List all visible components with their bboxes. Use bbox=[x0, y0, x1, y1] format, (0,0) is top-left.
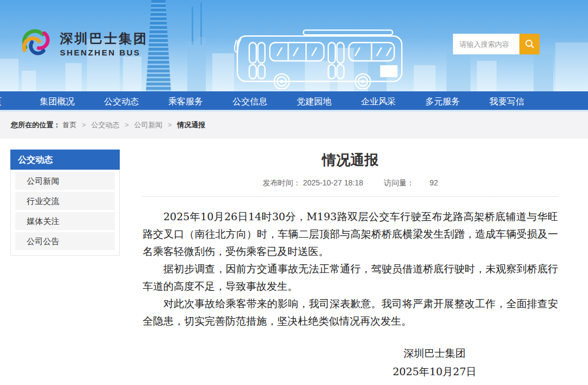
skyline-building bbox=[534, 53, 553, 91]
meta-divider bbox=[143, 196, 558, 197]
skyline-building bbox=[197, 37, 206, 91]
article: 情况通报 发布时间：2025-10-27 18:18访问量：92 2025年10… bbox=[143, 150, 558, 381]
breadcrumb-separator: > bbox=[82, 121, 86, 129]
skyline-tower-icon bbox=[146, 0, 171, 91]
breadcrumb: 您所在的位置： 首页 > 公交动态 > 公司新闻 > 情况通报 bbox=[0, 111, 588, 139]
sidebar-item-industry-exchange[interactable]: 行业交流 bbox=[15, 192, 115, 210]
signature-date: 2025年10月27日 bbox=[393, 362, 476, 381]
sidebar-item-media-focus[interactable]: 媒体关注 bbox=[15, 212, 115, 230]
article-paragraph: 2025年10月26日14时30分，M193路双层公交车行驶至布龙路高架桥底辅道… bbox=[143, 208, 558, 260]
visits-label: 访问量： bbox=[384, 178, 414, 187]
signature-org: 深圳巴士集团 bbox=[393, 344, 476, 362]
skyline-building bbox=[0, 59, 19, 91]
site-logo[interactable]: 深圳巴士集团 SHENZHEN BUS bbox=[15, 24, 148, 63]
skyline-building bbox=[187, 41, 197, 91]
visits-value: 92 bbox=[430, 178, 438, 187]
skyline-building bbox=[555, 42, 588, 91]
article-paragraph: 对此次事故给乘客带来的影响，我司深表歉意。我司将严肃开展整改工作，全面排查安全隐… bbox=[143, 295, 558, 330]
breadcrumb-separator: > bbox=[168, 121, 172, 129]
main-nav: 首页 集团概况 公交动态 乘客服务 公交信息 党建园地 企业风采 多元服务 我要… bbox=[0, 91, 588, 111]
logo-name-cn: 深圳巴士集团 bbox=[60, 30, 148, 47]
sidebar-title: 公交动态 bbox=[10, 150, 120, 170]
article-meta: 发布时间：2025-10-27 18:18访问量：92 bbox=[143, 178, 558, 188]
nav-item-party-building[interactable]: 党建园地 bbox=[282, 91, 346, 111]
logo-text: 深圳巴士集团 SHENZHEN BUS bbox=[60, 30, 148, 57]
sidebar-item-company-news[interactable]: 公司新闻 bbox=[15, 172, 115, 190]
skyline-building bbox=[477, 61, 497, 91]
skyline-building bbox=[446, 49, 470, 91]
nav-item-diversified-services[interactable]: 多元服务 bbox=[411, 91, 475, 111]
logo-name-en: SHENZHEN BUS bbox=[60, 48, 148, 57]
nav-item-bus-news[interactable]: 公交动态 bbox=[89, 91, 154, 111]
article-body: 2025年10月26日14时30分，M193路双层公交车行驶至布龙路高架桥底辅道… bbox=[143, 208, 558, 330]
sidebar: 公交动态 公司新闻 行业交流 媒体关注 公司公告 bbox=[10, 150, 120, 256]
breadcrumb-bus-news[interactable]: 公交动态 bbox=[91, 121, 119, 129]
search-bar bbox=[453, 34, 540, 54]
skyline-building bbox=[212, 53, 234, 91]
search-icon bbox=[524, 39, 535, 49]
skyline-building bbox=[65, 63, 82, 91]
breadcrumb-home[interactable]: 首页 bbox=[63, 121, 77, 129]
nav-item-bus-info[interactable]: 公交信息 bbox=[218, 91, 282, 111]
article-title: 情况通报 bbox=[143, 151, 558, 170]
nav-item-write-letter[interactable]: 我要写信 bbox=[475, 91, 539, 111]
skyline-building bbox=[22, 71, 36, 91]
skyline-building bbox=[414, 65, 436, 91]
nav-item-passenger-service[interactable]: 乘客服务 bbox=[154, 91, 218, 111]
bus-illustration-icon bbox=[233, 28, 406, 89]
logo-swirl-icon bbox=[15, 24, 57, 63]
search-input[interactable] bbox=[453, 34, 519, 54]
breadcrumb-separator: > bbox=[125, 121, 129, 129]
breadcrumb-current: 情况通报 bbox=[177, 121, 205, 129]
breadcrumb-label: 您所在的位置： bbox=[11, 121, 60, 129]
nav-items: 首页 集团概况 公交动态 乘客服务 公交信息 党建园地 企业风采 多元服务 我要… bbox=[0, 91, 588, 111]
breadcrumb-company-news[interactable]: 公司新闻 bbox=[134, 121, 162, 129]
search-button[interactable] bbox=[519, 34, 540, 54]
article-paragraph: 据初步调查，因前方交通事故无法正常通行，驾驶员借道桥底行驶时，未观察到桥底行车道… bbox=[143, 260, 558, 295]
publish-time-label: 发布时间： bbox=[262, 178, 301, 187]
article-signature: 深圳巴士集团 2025年10月27日 bbox=[143, 344, 558, 381]
nav-item-group-overview[interactable]: 集团概况 bbox=[25, 91, 89, 111]
skyline-antenna-icon bbox=[192, 7, 193, 45]
site-header: 深圳巴士集团 SHENZHEN BUS bbox=[0, 0, 588, 91]
nav-item-home[interactable]: 首页 bbox=[0, 91, 25, 111]
sidebar-item-company-announcements[interactable]: 公司公告 bbox=[15, 232, 115, 250]
nav-item-corporate-culture[interactable]: 企业风采 bbox=[346, 91, 411, 111]
publish-time-value: 2025-10-27 18:18 bbox=[303, 178, 363, 187]
content-area: 公交动态 公司新闻 行业交流 媒体关注 公司公告 情况通报 发布时间：2025-… bbox=[0, 139, 588, 381]
